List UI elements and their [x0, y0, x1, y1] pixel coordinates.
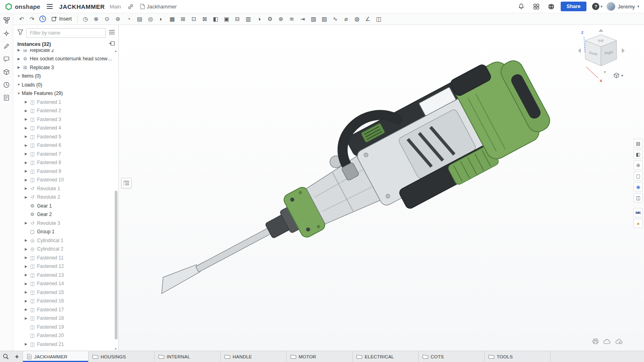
tree-row[interactable]: ▶◫Fastened 18 [13, 314, 118, 323]
expand-icon[interactable]: ▶ [23, 152, 29, 156]
expand-icon[interactable]: ▶ [23, 265, 29, 268]
scroll-down-icon[interactable]: ▼ [114, 348, 117, 350]
doc-tab-electrical[interactable]: ELECTRICAL [353, 351, 419, 362]
tree-row[interactable]: ▶↺Revolute 2 [13, 193, 118, 202]
tree-row[interactable]: ▶⊞Replicate 3 [13, 63, 118, 72]
filter-funnel-icon[interactable] [17, 29, 23, 37]
doc-tab-housings[interactable]: HOUSINGS [89, 351, 155, 362]
doc-tab-cots[interactable]: COTS [419, 351, 485, 362]
tree-row[interactable]: ▶◫Fastened 8 [13, 158, 118, 167]
parts-panel-button[interactable]: ◧ [634, 150, 643, 159]
expand-icon[interactable]: ▶ [23, 317, 29, 320]
tree-row[interactable]: ▶◫Fastened 15 [13, 288, 118, 297]
screw-relation-icon[interactable]: ⊛ [275, 14, 286, 24]
tree-row[interactable]: ▶⚙Gear 1 [13, 202, 118, 210]
measure-panel-button[interactable]: ◫ [634, 193, 643, 202]
expand-icon[interactable]: ▶ [23, 178, 29, 182]
doc-tab-motor[interactable]: MOTOR [287, 351, 353, 362]
link-icon[interactable] [125, 1, 136, 12]
assembly-structure-icon[interactable] [2, 15, 12, 25]
configurations-panel-button[interactable]: ⊛ [634, 160, 643, 170]
expand-icon[interactable]: ▶ [23, 299, 29, 303]
tree-row[interactable]: ▶◫Fastened 10 [13, 176, 118, 185]
expand-icon[interactable]: ▶ [23, 169, 29, 173]
doc-tab-tools[interactable]: TOOLS [485, 351, 551, 362]
add-tab-button[interactable]: + [11, 351, 23, 362]
tree-row[interactable]: ▼Mate Features (29) [13, 89, 118, 98]
tree-row[interactable]: ▶◫Fastened 13 [13, 271, 118, 280]
onshape-logo[interactable]: onshape [5, 3, 40, 10]
circular-pattern-icon[interactable]: ◎ [145, 14, 156, 24]
globe-icon[interactable] [546, 1, 557, 12]
gear-relation-icon[interactable]: ⚙ [264, 14, 275, 24]
tree-row[interactable]: ▶◫Fastened 12 [13, 262, 118, 271]
tree-row[interactable]: ▶◫Fastened 3 [13, 115, 118, 124]
expand-icon[interactable]: ▶ [23, 144, 29, 147]
filter-input[interactable] [26, 28, 106, 38]
share-button[interactable]: Share [561, 2, 587, 11]
tree-row[interactable]: ▶◫Fastened 6 [13, 141, 118, 150]
expand-icon[interactable]: ▶ [23, 135, 29, 138]
expand-icon[interactable]: ▶ [23, 100, 29, 104]
insert-to-list-icon[interactable] [108, 41, 115, 48]
bom-table-icon[interactable]: ▥ [243, 14, 254, 24]
transform-icon[interactable]: ⊠ [199, 14, 210, 24]
expand-icon[interactable]: ▶ [23, 308, 29, 311]
help-menu[interactable]: ? ▾ [592, 3, 603, 10]
tree-row[interactable]: ▶◫Fastened 2 [13, 107, 118, 115]
mate-connector-tool-icon[interactable] [2, 28, 12, 38]
rings-icon[interactable]: ◍ [351, 14, 362, 24]
render-quality-panel-button[interactable]: ● [634, 219, 643, 228]
tree-row[interactable]: ▶◫Fastened 11 [13, 253, 118, 262]
tree-row[interactable]: ▶◫Fastened 20 [13, 331, 118, 340]
hamburger-menu-icon[interactable] [44, 2, 55, 10]
tree-row[interactable]: ▶↺Revolute 3 [13, 219, 118, 228]
transfer-icon[interactable]: ⇥ [297, 14, 308, 24]
pattern-icon[interactable]: ▦ [167, 14, 178, 24]
expand-icon[interactable]: ▶ [23, 273, 29, 277]
structure-panel-button[interactable]: ▤ [634, 139, 643, 148]
expand-icon[interactable]: ▶ [23, 290, 29, 294]
tree-flyout-toggle[interactable] [121, 178, 132, 188]
expand-icon[interactable]: ▶ [23, 187, 29, 190]
section-view-icon[interactable]: ◫ [373, 14, 384, 24]
mate-connector-icon[interactable]: ◷ [80, 14, 91, 24]
tree-row[interactable]: ▶◫Fastened 14 [13, 280, 118, 288]
notifications-bell-icon[interactable] [516, 1, 527, 12]
expand-icon[interactable]: ▶ [23, 282, 29, 286]
drawing-icon[interactable]: ▧ [308, 14, 319, 24]
tree-row[interactable]: ▶◎Cylindrical 1 [13, 236, 118, 245]
tree-row[interactable]: ▶▢Group 1 [13, 228, 118, 237]
insert-button[interactable]: Insert [48, 15, 75, 23]
graphics-viewport[interactable]: Top Front Right Z X Y ▾ ▤◧⊛▢◉◫MK● [119, 25, 644, 351]
expand-icon[interactable]: ▶ [23, 126, 29, 130]
scroll-up-icon[interactable]: ▲ [114, 49, 117, 52]
expand-icon[interactable]: ▶ [16, 49, 22, 52]
box-select-icon[interactable]: ⊡ [188, 14, 199, 24]
expand-icon[interactable]: ▶ [16, 57, 22, 61]
tree-row[interactable]: ▶◫Fastened 16 [13, 297, 118, 306]
expand-icon[interactable]: ▶ [23, 195, 29, 199]
printer-icon[interactable] [592, 338, 599, 346]
mate-icon[interactable]: ⊕ [91, 14, 101, 24]
tree-row[interactable]: ▼Items (0) [13, 72, 118, 81]
tree-row[interactable]: ▶◫Fastened 19 [13, 323, 118, 331]
tree-row[interactable]: ▶⊞Replicate 2 [13, 49, 118, 55]
app-switcher-grid-icon[interactable] [531, 1, 542, 12]
expand-icon[interactable]: ▶ [23, 239, 29, 242]
tree-row[interactable]: ▶◫Fastened 4 [13, 124, 118, 133]
linear-pattern-icon[interactable]: ▤ [134, 14, 145, 24]
parts-cube-icon[interactable] [2, 67, 12, 77]
belt-relation-icon[interactable]: ≋ [286, 14, 297, 24]
tree-row[interactable]: ▶◫Fastened 5 [13, 132, 118, 141]
tree-row[interactable]: ▶◫Fastened 17 [13, 305, 118, 314]
group-icon[interactable]: ⊙ [101, 14, 112, 24]
relation-icon[interactable]: ⊚ [112, 14, 123, 24]
measure-icon[interactable]: ∿ [330, 14, 341, 24]
edit-in-context-icon[interactable]: ◧ [210, 14, 221, 24]
expand-icon[interactable]: ▶ [23, 247, 29, 251]
tree-row[interactable]: ▶◫Fastened 7 [13, 150, 118, 158]
expand-icon[interactable]: ▶ [16, 66, 22, 69]
view-options-button[interactable]: ▾ [613, 72, 623, 78]
expand-icon[interactable]: ▶ [23, 256, 29, 259]
